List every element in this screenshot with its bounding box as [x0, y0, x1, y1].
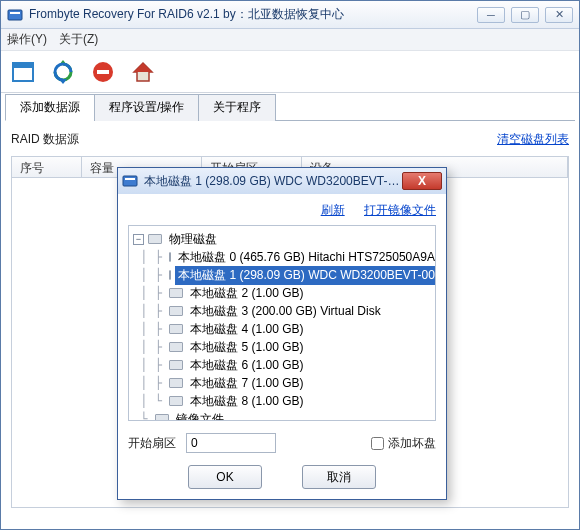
disk-icon — [169, 378, 183, 388]
menu-about[interactable]: 关于(Z) — [59, 31, 98, 48]
menubar: 操作(Y) 关于(Z) — [1, 29, 579, 51]
tree-line: │ ├ — [133, 304, 169, 318]
svg-rect-1 — [10, 12, 20, 14]
close-button[interactable]: ✕ — [545, 7, 573, 23]
cancel-button[interactable]: 取消 — [302, 465, 376, 489]
tab-bar: 添加数据源 程序设置/操作 关于程序 — [5, 93, 575, 121]
window-controls: ─ ▢ ✕ — [477, 7, 573, 23]
disk-item[interactable]: │ ├ 本地磁盘 3 (200.00 GB) Virtual Disk — [133, 302, 431, 320]
disk-label: 本地磁盘 0 (465.76 GB) Hitachi HTS725050A9A3… — [175, 248, 436, 267]
tree-images[interactable]: └ 镜像文件 — [133, 410, 431, 421]
svg-rect-5 — [97, 70, 109, 74]
app-icon — [7, 7, 23, 23]
tree-line: │ └ — [133, 394, 169, 408]
add-bad-disk-label: 添加坏盘 — [388, 435, 436, 452]
svg-rect-3 — [13, 63, 33, 68]
refresh-icon — [51, 60, 75, 84]
tree-root[interactable]: − 物理磁盘 — [133, 230, 431, 248]
start-sector-row: 开始扇区 添加坏盘 — [128, 433, 436, 453]
window-icon — [11, 60, 35, 84]
minimize-button[interactable]: ─ — [477, 7, 505, 23]
window-title: Frombyte Recovery For RAID6 v2.1 by：北亚数据… — [29, 6, 477, 23]
tree-line: │ ├ — [133, 358, 169, 372]
dialog-links: 刷新 打开镜像文件 — [128, 202, 436, 219]
tool-stop-button[interactable] — [87, 56, 119, 88]
dialog-buttons: OK 取消 — [128, 465, 436, 489]
disk-label: 本地磁盘 1 (298.09 GB) WDC WD3200BEVT-00A23T… — [175, 266, 436, 285]
toolbar — [1, 51, 579, 93]
svg-rect-0 — [8, 10, 22, 20]
disk-item[interactable]: │ └ 本地磁盘 8 (1.00 GB) — [133, 392, 431, 410]
tree-line: │ ├ — [133, 322, 169, 336]
tree-images-label: 镜像文件 — [173, 410, 227, 422]
dialog-titlebar: 本地磁盘 1 (298.09 GB) WDC WD3200BEVT-00A23.… — [118, 168, 446, 194]
disk-group-icon — [148, 234, 162, 244]
disk-label: 本地磁盘 6 (1.00 GB) — [187, 356, 306, 375]
tree-line: │ ├ — [133, 340, 169, 354]
disk-item[interactable]: │ ├ 本地磁盘 4 (1.00 GB) — [133, 320, 431, 338]
disk-group-icon — [155, 414, 169, 421]
disk-icon — [169, 360, 183, 370]
dialog-close-button[interactable]: X — [402, 172, 442, 190]
tree-line: │ ├ — [133, 250, 169, 264]
svg-rect-6 — [123, 176, 137, 186]
tab-about[interactable]: 关于程序 — [198, 94, 276, 121]
tree-root-label: 物理磁盘 — [166, 230, 220, 249]
titlebar: Frombyte Recovery For RAID6 v2.1 by：北亚数据… — [1, 1, 579, 29]
tab-add-source[interactable]: 添加数据源 — [5, 94, 95, 121]
disk-label: 本地磁盘 8 (1.00 GB) — [187, 392, 306, 411]
disk-item[interactable]: │ ├ 本地磁盘 2 (1.00 GB) — [133, 284, 431, 302]
disk-label: 本地磁盘 4 (1.00 GB) — [187, 320, 306, 339]
stop-icon — [91, 60, 115, 84]
dialog-title: 本地磁盘 1 (298.09 GB) WDC WD3200BEVT-00A23.… — [142, 173, 402, 190]
disk-icon — [169, 342, 183, 352]
disk-label: 本地磁盘 5 (1.00 GB) — [187, 338, 306, 357]
dialog-body: 刷新 打开镜像文件 − 物理磁盘 │ ├ 本地磁盘 0 (465.76 GB) … — [118, 194, 446, 499]
home-icon — [131, 60, 155, 84]
dialog-icon — [122, 173, 138, 189]
disk-select-dialog: 本地磁盘 1 (298.09 GB) WDC WD3200BEVT-00A23.… — [117, 167, 447, 500]
disk-tree[interactable]: − 物理磁盘 │ ├ 本地磁盘 0 (465.76 GB) Hitachi HT… — [128, 225, 436, 421]
maximize-button[interactable]: ▢ — [511, 7, 539, 23]
tool-home-button[interactable] — [127, 56, 159, 88]
main-window: Frombyte Recovery For RAID6 v2.1 by：北亚数据… — [0, 0, 580, 530]
tree-line: └ — [133, 412, 155, 421]
disk-item[interactable]: │ ├ 本地磁盘 1 (298.09 GB) WDC WD3200BEVT-00… — [133, 266, 431, 284]
disk-icon — [169, 396, 183, 406]
disk-item[interactable]: │ ├ 本地磁盘 7 (1.00 GB) — [133, 374, 431, 392]
disk-icon — [169, 288, 183, 298]
svg-rect-7 — [125, 178, 135, 180]
col-seq[interactable]: 序号 — [12, 157, 82, 177]
disk-icon — [169, 306, 183, 316]
tree-line: │ ├ — [133, 268, 169, 282]
refresh-link[interactable]: 刷新 — [321, 203, 345, 217]
tab-settings[interactable]: 程序设置/操作 — [94, 94, 199, 121]
section-label: RAID 数据源 清空磁盘列表 — [11, 131, 569, 148]
disk-item[interactable]: │ ├ 本地磁盘 6 (1.00 GB) — [133, 356, 431, 374]
disk-label: 本地磁盘 7 (1.00 GB) — [187, 374, 306, 393]
tool-refresh-button[interactable] — [47, 56, 79, 88]
start-sector-label: 开始扇区 — [128, 435, 176, 452]
raid-source-label: RAID 数据源 — [11, 132, 79, 146]
disk-label: 本地磁盘 2 (1.00 GB) — [187, 284, 306, 303]
disk-icon — [169, 270, 171, 280]
add-bad-disk-option[interactable]: 添加坏盘 — [371, 435, 436, 452]
menu-operate[interactable]: 操作(Y) — [7, 31, 47, 48]
disk-label: 本地磁盘 3 (200.00 GB) Virtual Disk — [187, 302, 384, 321]
start-sector-input[interactable] — [186, 433, 276, 453]
ok-button[interactable]: OK — [188, 465, 262, 489]
disk-item[interactable]: │ ├ 本地磁盘 0 (465.76 GB) Hitachi HTS725050… — [133, 248, 431, 266]
add-bad-disk-checkbox[interactable] — [371, 437, 384, 450]
tree-line: │ ├ — [133, 376, 169, 390]
disk-item[interactable]: │ ├ 本地磁盘 5 (1.00 GB) — [133, 338, 431, 356]
tree-line: │ ├ — [133, 286, 169, 300]
tool-new-button[interactable] — [7, 56, 39, 88]
disk-icon — [169, 252, 171, 262]
collapse-icon[interactable]: − — [133, 234, 144, 245]
clear-disk-list-link[interactable]: 清空磁盘列表 — [497, 131, 569, 148]
open-image-link[interactable]: 打开镜像文件 — [364, 203, 436, 217]
disk-icon — [169, 324, 183, 334]
